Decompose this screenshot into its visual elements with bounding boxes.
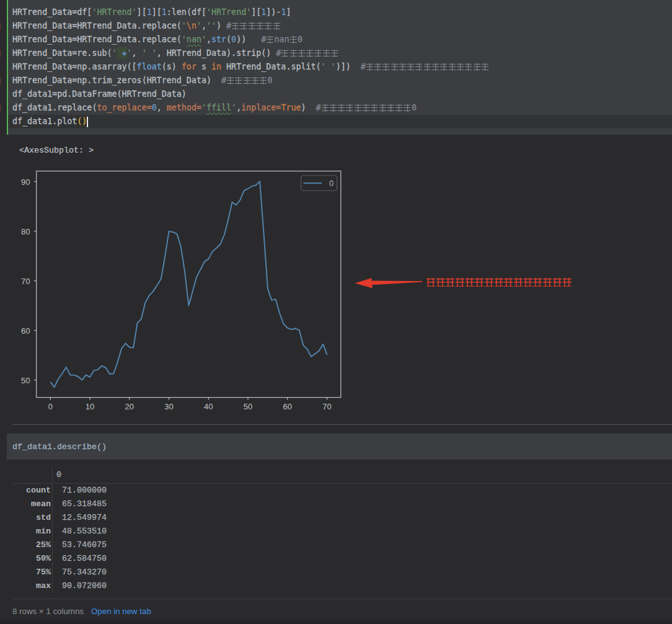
svg-text:30: 30 xyxy=(164,402,173,411)
svg-text:10: 10 xyxy=(86,402,94,411)
svg-text:90: 90 xyxy=(21,177,30,187)
svg-text:20: 20 xyxy=(125,402,134,411)
svg-text:50: 50 xyxy=(21,376,30,385)
svg-text:0: 0 xyxy=(329,179,334,188)
svg-text:60: 60 xyxy=(283,402,291,411)
svg-text:80: 80 xyxy=(21,227,30,236)
svg-text:50: 50 xyxy=(244,402,252,411)
svg-text:70: 70 xyxy=(322,402,331,411)
svg-text:60: 60 xyxy=(21,326,30,336)
svg-text:70: 70 xyxy=(21,277,30,286)
svg-text:40: 40 xyxy=(204,402,213,411)
svg-text:0: 0 xyxy=(48,402,53,411)
